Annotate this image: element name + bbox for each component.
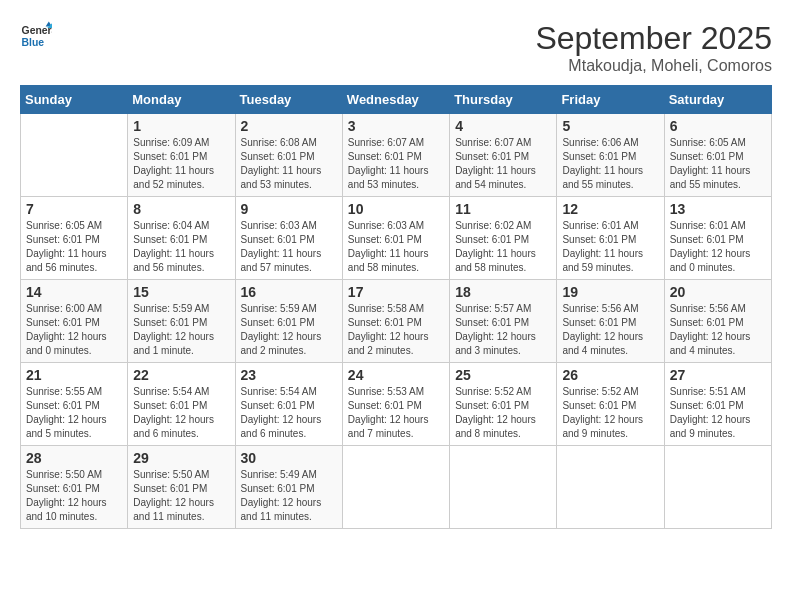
day-info: Sunrise: 5:52 AMSunset: 6:01 PMDaylight:…: [562, 385, 658, 441]
calendar-cell: 6Sunrise: 6:05 AMSunset: 6:01 PMDaylight…: [664, 114, 771, 197]
calendar-cell: 27Sunrise: 5:51 AMSunset: 6:01 PMDayligh…: [664, 363, 771, 446]
calendar-cell: 20Sunrise: 5:56 AMSunset: 6:01 PMDayligh…: [664, 280, 771, 363]
header-monday: Monday: [128, 86, 235, 114]
day-number: 30: [241, 450, 337, 466]
day-number: 23: [241, 367, 337, 383]
calendar-cell: 26Sunrise: 5:52 AMSunset: 6:01 PMDayligh…: [557, 363, 664, 446]
day-info: Sunrise: 5:51 AMSunset: 6:01 PMDaylight:…: [670, 385, 766, 441]
day-number: 10: [348, 201, 444, 217]
day-number: 7: [26, 201, 122, 217]
day-info: Sunrise: 5:56 AMSunset: 6:01 PMDaylight:…: [562, 302, 658, 358]
day-info: Sunrise: 6:04 AMSunset: 6:01 PMDaylight:…: [133, 219, 229, 275]
day-info: Sunrise: 6:07 AMSunset: 6:01 PMDaylight:…: [348, 136, 444, 192]
day-info: Sunrise: 5:49 AMSunset: 6:01 PMDaylight:…: [241, 468, 337, 524]
day-info: Sunrise: 6:00 AMSunset: 6:01 PMDaylight:…: [26, 302, 122, 358]
header: General Blue September 2025 Mtakoudja, M…: [20, 20, 772, 75]
day-info: Sunrise: 5:56 AMSunset: 6:01 PMDaylight:…: [670, 302, 766, 358]
month-title: September 2025: [535, 20, 772, 57]
day-info: Sunrise: 5:54 AMSunset: 6:01 PMDaylight:…: [241, 385, 337, 441]
calendar-cell: 1Sunrise: 6:09 AMSunset: 6:01 PMDaylight…: [128, 114, 235, 197]
calendar-cell: 16Sunrise: 5:59 AMSunset: 6:01 PMDayligh…: [235, 280, 342, 363]
calendar-cell: 11Sunrise: 6:02 AMSunset: 6:01 PMDayligh…: [450, 197, 557, 280]
calendar-cell: [664, 446, 771, 529]
day-number: 6: [670, 118, 766, 134]
day-info: Sunrise: 5:58 AMSunset: 6:01 PMDaylight:…: [348, 302, 444, 358]
calendar-cell: 8Sunrise: 6:04 AMSunset: 6:01 PMDaylight…: [128, 197, 235, 280]
calendar-cell: 24Sunrise: 5:53 AMSunset: 6:01 PMDayligh…: [342, 363, 449, 446]
day-info: Sunrise: 6:02 AMSunset: 6:01 PMDaylight:…: [455, 219, 551, 275]
calendar-cell: 3Sunrise: 6:07 AMSunset: 6:01 PMDaylight…: [342, 114, 449, 197]
calendar-cell: 14Sunrise: 6:00 AMSunset: 6:01 PMDayligh…: [21, 280, 128, 363]
day-info: Sunrise: 6:06 AMSunset: 6:01 PMDaylight:…: [562, 136, 658, 192]
day-number: 25: [455, 367, 551, 383]
header-wednesday: Wednesday: [342, 86, 449, 114]
day-number: 24: [348, 367, 444, 383]
header-thursday: Thursday: [450, 86, 557, 114]
day-info: Sunrise: 6:09 AMSunset: 6:01 PMDaylight:…: [133, 136, 229, 192]
day-number: 8: [133, 201, 229, 217]
day-info: Sunrise: 6:07 AMSunset: 6:01 PMDaylight:…: [455, 136, 551, 192]
calendar-cell: [557, 446, 664, 529]
calendar-cell: 25Sunrise: 5:52 AMSunset: 6:01 PMDayligh…: [450, 363, 557, 446]
svg-text:Blue: Blue: [22, 37, 45, 48]
calendar-cell: [342, 446, 449, 529]
header-friday: Friday: [557, 86, 664, 114]
day-number: 22: [133, 367, 229, 383]
header-tuesday: Tuesday: [235, 86, 342, 114]
day-info: Sunrise: 5:52 AMSunset: 6:01 PMDaylight:…: [455, 385, 551, 441]
calendar-cell: 15Sunrise: 5:59 AMSunset: 6:01 PMDayligh…: [128, 280, 235, 363]
day-info: Sunrise: 5:50 AMSunset: 6:01 PMDaylight:…: [26, 468, 122, 524]
calendar-cell: 21Sunrise: 5:55 AMSunset: 6:01 PMDayligh…: [21, 363, 128, 446]
day-info: Sunrise: 6:03 AMSunset: 6:01 PMDaylight:…: [241, 219, 337, 275]
day-number: 1: [133, 118, 229, 134]
day-info: Sunrise: 5:54 AMSunset: 6:01 PMDaylight:…: [133, 385, 229, 441]
calendar-cell: 19Sunrise: 5:56 AMSunset: 6:01 PMDayligh…: [557, 280, 664, 363]
header-sunday: Sunday: [21, 86, 128, 114]
calendar-cell: 13Sunrise: 6:01 AMSunset: 6:01 PMDayligh…: [664, 197, 771, 280]
day-info: Sunrise: 6:05 AMSunset: 6:01 PMDaylight:…: [26, 219, 122, 275]
day-number: 21: [26, 367, 122, 383]
day-number: 27: [670, 367, 766, 383]
calendar-table: SundayMondayTuesdayWednesdayThursdayFrid…: [20, 85, 772, 529]
day-number: 29: [133, 450, 229, 466]
calendar-cell: 17Sunrise: 5:58 AMSunset: 6:01 PMDayligh…: [342, 280, 449, 363]
calendar-week-row: 7Sunrise: 6:05 AMSunset: 6:01 PMDaylight…: [21, 197, 772, 280]
calendar-cell: 29Sunrise: 5:50 AMSunset: 6:01 PMDayligh…: [128, 446, 235, 529]
calendar-week-row: 28Sunrise: 5:50 AMSunset: 6:01 PMDayligh…: [21, 446, 772, 529]
day-info: Sunrise: 6:03 AMSunset: 6:01 PMDaylight:…: [348, 219, 444, 275]
calendar-header-row: SundayMondayTuesdayWednesdayThursdayFrid…: [21, 86, 772, 114]
calendar-cell: 2Sunrise: 6:08 AMSunset: 6:01 PMDaylight…: [235, 114, 342, 197]
day-number: 3: [348, 118, 444, 134]
title-area: September 2025 Mtakoudja, Moheli, Comoro…: [535, 20, 772, 75]
calendar-week-row: 21Sunrise: 5:55 AMSunset: 6:01 PMDayligh…: [21, 363, 772, 446]
day-info: Sunrise: 6:08 AMSunset: 6:01 PMDaylight:…: [241, 136, 337, 192]
day-number: 20: [670, 284, 766, 300]
day-info: Sunrise: 6:01 AMSunset: 6:01 PMDaylight:…: [562, 219, 658, 275]
calendar-cell: 5Sunrise: 6:06 AMSunset: 6:01 PMDaylight…: [557, 114, 664, 197]
location-title: Mtakoudja, Moheli, Comoros: [535, 57, 772, 75]
day-number: 5: [562, 118, 658, 134]
day-info: Sunrise: 5:53 AMSunset: 6:01 PMDaylight:…: [348, 385, 444, 441]
day-number: 4: [455, 118, 551, 134]
day-number: 18: [455, 284, 551, 300]
calendar-cell: 9Sunrise: 6:03 AMSunset: 6:01 PMDaylight…: [235, 197, 342, 280]
calendar-cell: 23Sunrise: 5:54 AMSunset: 6:01 PMDayligh…: [235, 363, 342, 446]
calendar-cell: 7Sunrise: 6:05 AMSunset: 6:01 PMDaylight…: [21, 197, 128, 280]
calendar-cell: 28Sunrise: 5:50 AMSunset: 6:01 PMDayligh…: [21, 446, 128, 529]
logo: General Blue: [20, 20, 52, 52]
calendar-cell: 18Sunrise: 5:57 AMSunset: 6:01 PMDayligh…: [450, 280, 557, 363]
day-number: 16: [241, 284, 337, 300]
day-number: 26: [562, 367, 658, 383]
calendar-cell: 22Sunrise: 5:54 AMSunset: 6:01 PMDayligh…: [128, 363, 235, 446]
calendar-cell: 30Sunrise: 5:49 AMSunset: 6:01 PMDayligh…: [235, 446, 342, 529]
calendar-cell: 4Sunrise: 6:07 AMSunset: 6:01 PMDaylight…: [450, 114, 557, 197]
day-info: Sunrise: 5:59 AMSunset: 6:01 PMDaylight:…: [133, 302, 229, 358]
logo-icon: General Blue: [20, 20, 52, 52]
calendar-cell: [450, 446, 557, 529]
day-number: 28: [26, 450, 122, 466]
day-number: 13: [670, 201, 766, 217]
calendar-week-row: 1Sunrise: 6:09 AMSunset: 6:01 PMDaylight…: [21, 114, 772, 197]
day-number: 14: [26, 284, 122, 300]
calendar-week-row: 14Sunrise: 6:00 AMSunset: 6:01 PMDayligh…: [21, 280, 772, 363]
svg-text:General: General: [22, 25, 52, 36]
